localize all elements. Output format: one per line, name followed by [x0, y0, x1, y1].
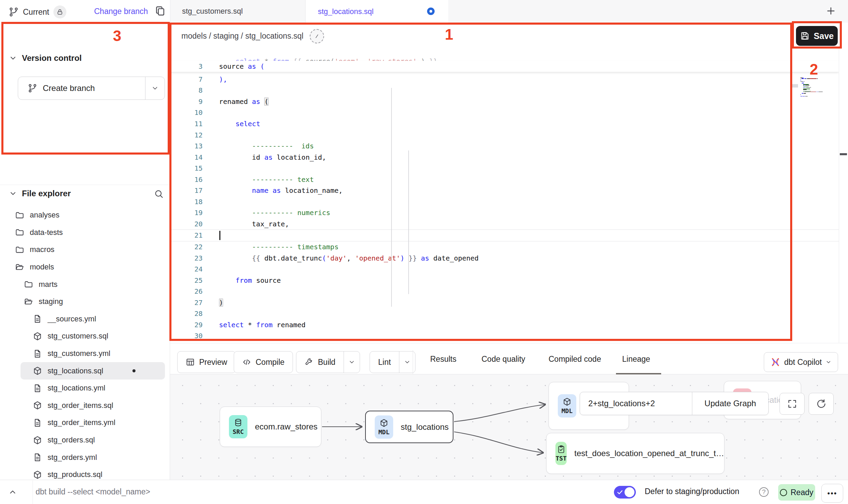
- code-line-8[interactable]: 8: [170, 85, 839, 96]
- node-badge: SRC: [229, 415, 247, 438]
- indent-guide: [408, 150, 409, 294]
- file-tree-item-stg-customers-yml[interactable]: stg_customers.yml: [0, 345, 170, 362]
- chevron-up-icon[interactable]: [8, 488, 17, 496]
- file-tree-item-data-tests[interactable]: data-tests: [0, 224, 170, 241]
- tab-label: Results: [430, 355, 457, 364]
- line-number: 28: [170, 309, 203, 318]
- code-line-29[interactable]: 29select * from renamed: [170, 319, 839, 331]
- tab-stg-locations[interactable]: stg_locations.sql: [306, 0, 448, 23]
- folder-icon: [15, 228, 24, 237]
- fullscreen-button[interactable]: [780, 393, 805, 415]
- create-branch-dropdown[interactable]: [145, 77, 165, 100]
- file-tree-item-stg-locations-yml[interactable]: stg_locations.yml: [0, 380, 170, 397]
- tab-compiled-code[interactable]: Compiled code: [549, 343, 601, 375]
- code-line-25[interactable]: 25 from source: [170, 275, 839, 286]
- code-line-17[interactable]: 17 name as location_name,: [170, 185, 839, 196]
- file-tree-item-marts[interactable]: marts: [0, 276, 170, 293]
- code-line-20[interactable]: 20 tax_rate,: [170, 218, 839, 230]
- folder-open-icon: [24, 297, 33, 306]
- file-tree-item-stg-customers-sql[interactable]: stg_customers.sql: [0, 328, 170, 345]
- lint-button[interactable]: Lint: [370, 351, 415, 373]
- code-line-23[interactable]: 23 {{ dbt.date_trunc('day', 'opened_at')…: [170, 252, 839, 264]
- file-tree-item-stg-order-items-sql[interactable]: stg_order_items.sql: [0, 397, 170, 414]
- search-icon[interactable]: [154, 189, 164, 199]
- code-line-9[interactable]: 9renamed as (: [170, 96, 839, 107]
- compile-button[interactable]: Compile: [234, 351, 293, 373]
- code-line-14[interactable]: 14 id as location_id,: [170, 151, 839, 163]
- expand-icon: [787, 399, 797, 409]
- file-label: stg_order_items.yml: [48, 418, 115, 427]
- build-button[interactable]: Build: [296, 351, 360, 373]
- refresh-button[interactable]: [809, 393, 834, 415]
- file-tree-item-stg-locations-sql[interactable]: stg_locations.sql: [21, 362, 165, 380]
- file-explorer-header[interactable]: File explorer: [9, 189, 71, 198]
- chevron-down-icon: [825, 359, 832, 365]
- lineage-selector-input[interactable]: 2+stg_locations+2: [580, 392, 692, 415]
- lineage-node-stg-locations[interactable]: MDLstg_locations: [365, 411, 453, 443]
- lineage-panel[interactable]: SRCecom.raw_storesMDLstg_locationsMDLloc…: [170, 374, 848, 480]
- code-line-13[interactable]: 13 ---------- ids: [170, 141, 839, 152]
- chevron-down-icon: [9, 54, 17, 62]
- file-tree-item-macros[interactable]: macros: [0, 241, 170, 258]
- lineage-node-ecom-raw-stores[interactable]: SRCecom.raw_stores: [220, 407, 321, 447]
- code-line-12[interactable]: 12: [170, 129, 839, 141]
- minimap-viewport-indicator: [792, 84, 798, 88]
- defer-toggle[interactable]: [614, 486, 636, 499]
- code-area[interactable]: select * from {{ source('ecom', 'raw_sto…: [170, 50, 839, 343]
- node-badge: TST: [555, 442, 567, 465]
- code-line-24[interactable]: 24: [170, 264, 839, 275]
- more-options-button[interactable]: •••: [821, 484, 843, 503]
- save-button[interactable]: Save: [796, 26, 838, 46]
- file-tree-item-staging[interactable]: staging: [0, 293, 170, 310]
- code-line-15[interactable]: 15: [170, 163, 839, 174]
- top-bar: Current Change branch stg_customers.sql …: [0, 0, 848, 23]
- code-line-18[interactable]: 18: [170, 196, 839, 208]
- file-tree-item--sources-yml[interactable]: __sources.yml: [0, 310, 170, 328]
- tab-label: Lineage: [622, 355, 650, 364]
- code-line-19[interactable]: 19 ---------- numerics: [170, 207, 839, 218]
- line-number: 8: [170, 86, 203, 94]
- file-tree-item-stg-orders-yml[interactable]: stg_orders.yml: [0, 449, 170, 466]
- file-tree-item-stg-order-items-yml[interactable]: stg_order_items.yml: [0, 414, 170, 432]
- version-control-header[interactable]: Version control: [9, 53, 82, 63]
- build-dropdown[interactable]: [344, 352, 360, 373]
- code-line-22[interactable]: 22 ---------- timestamps: [170, 241, 839, 253]
- database-icon: [234, 418, 243, 427]
- node-label: ecom.raw_stores: [255, 422, 318, 432]
- current-branch-chip[interactable]: Current: [9, 5, 66, 18]
- code-line-28[interactable]: 28: [170, 308, 839, 319]
- code-line-7[interactable]: 7),: [170, 74, 839, 85]
- file-state-icon[interactable]: [310, 29, 324, 43]
- dbt-copilot-button[interactable]: dbt Copilot: [764, 352, 838, 372]
- file-tree-item-stg-orders-sql[interactable]: stg_orders.sql: [0, 432, 170, 449]
- breadcrumb-row: models / staging / stg_locations.sql: [170, 23, 839, 50]
- file-icon: [33, 314, 42, 323]
- code-line-21[interactable]: 21: [170, 229, 839, 241]
- help-icon[interactable]: ?: [759, 487, 769, 497]
- tab-results[interactable]: Results: [430, 343, 457, 375]
- command-input[interactable]: dbt build --select <model_name>: [36, 487, 150, 496]
- file-label: stg_order_items.sql: [48, 401, 113, 410]
- code-line-10[interactable]: 10: [170, 107, 839, 118]
- file-tree-item-analyses[interactable]: analyses: [0, 207, 170, 224]
- tab-lineage[interactable]: Lineage: [622, 343, 650, 375]
- file-tree-item-models[interactable]: models: [0, 258, 170, 276]
- code-line-27[interactable]: 27): [170, 297, 839, 308]
- create-branch-button[interactable]: Create branch: [18, 77, 165, 100]
- code-line-26[interactable]: 26: [170, 286, 839, 297]
- preview-button[interactable]: Preview: [177, 351, 236, 373]
- code-line-11[interactable]: 11 select: [170, 118, 839, 130]
- right-gutter-scroll-handle[interactable]: [840, 153, 847, 155]
- update-graph-button[interactable]: Update Graph: [692, 392, 768, 415]
- tab-code-quality[interactable]: Code quality: [481, 343, 525, 375]
- change-branch-link[interactable]: Change branch: [94, 7, 148, 16]
- new-tab-button[interactable]: [825, 5, 836, 16]
- copy-icon[interactable]: [155, 5, 166, 16]
- git-branch-icon: [28, 83, 37, 93]
- lineage-node-test-does-location-opened-at-t[interactable]: TSTtest_does_location_opened_at_trunc_t…: [546, 433, 724, 474]
- code-line-16[interactable]: 16 ---------- text: [170, 174, 839, 185]
- tab-stg-customers[interactable]: stg_customers.sql: [170, 0, 306, 23]
- minimap[interactable]: [800, 78, 839, 97]
- code-line-30[interactable]: 30: [170, 330, 839, 342]
- file-label: marts: [39, 280, 57, 289]
